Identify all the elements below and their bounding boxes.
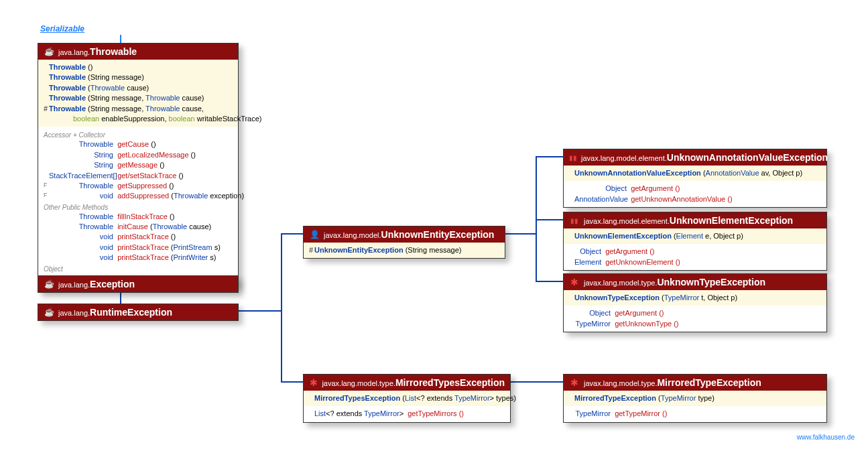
class-header[interactable]: javax.lang.model.UnknownEntityException: [304, 226, 505, 243]
protected-marker: #: [308, 245, 314, 255]
pkg-label: java.lang.: [58, 281, 90, 289]
watermark[interactable]: www.falkhausen.de: [797, 434, 855, 441]
ctor[interactable]: Throwable: [49, 63, 86, 71]
class-header[interactable]: javax.lang.model.element.UnknownAnnotati…: [564, 149, 826, 166]
method[interactable]: getArgument (): [615, 309, 664, 317]
class-name: UnknownTypeException: [657, 277, 765, 287]
star-icon: [569, 277, 580, 287]
return-type: Object: [574, 184, 627, 194]
pkg-label: javax.lang.model.type.: [584, 379, 657, 387]
class-throwable: java.lang.Throwable Throwable () Throwab…: [38, 43, 239, 287]
class-name: UnknownAnnotationValueException: [667, 152, 828, 163]
bars-icon: [569, 215, 580, 226]
cup-icon: [44, 279, 54, 289]
return-type: TypeMirror: [574, 319, 611, 329]
method[interactable]: getUnknownElement (): [605, 258, 680, 266]
section-label: Accessor + Collector: [42, 129, 234, 139]
class-header[interactable]: javax.lang.model.type.MirroredTypeExcept…: [564, 375, 826, 391]
method[interactable]: getTypeMirrors (): [408, 409, 464, 417]
ctor[interactable]: UnknownElementException: [574, 232, 672, 240]
ctor[interactable]: MirroredTypesException: [314, 394, 400, 402]
ctor[interactable]: Throwable: [49, 105, 86, 113]
class-header[interactable]: javax.lang.model.type.UnknownTypeExcepti…: [564, 274, 826, 290]
class-name: UnknownElementException: [670, 215, 793, 226]
class-header[interactable]: javax.lang.model.type.MirroredTypesExcep…: [304, 375, 510, 391]
method[interactable]: getUnknownType (): [615, 320, 678, 328]
class-mtes: javax.lang.model.type.MirroredTypesExcep…: [303, 374, 511, 423]
class-uee: javax.lang.model.element.UnknownElementE…: [563, 212, 827, 271]
ctor[interactable]: UnknownEntityException: [314, 246, 404, 254]
bars-icon: [569, 152, 577, 163]
method[interactable]: getCause: [117, 140, 149, 148]
pkg-label: java.lang.: [58, 309, 90, 317]
class-exception: java.lang.Exception: [38, 275, 239, 293]
ctor[interactable]: Throwable: [49, 73, 86, 81]
method[interactable]: getArgument (): [631, 184, 680, 192]
pkg-label: javax.lang.model.element.: [581, 154, 667, 162]
class-mte: javax.lang.model.type.MirroredTypeExcept…: [563, 374, 827, 423]
method[interactable]: printStackTrace: [117, 233, 169, 241]
ctor[interactable]: UnknownAnnotationValueException: [574, 169, 701, 177]
method[interactable]: get/setStackTrace: [117, 172, 176, 180]
ctor[interactable]: Throwable: [49, 94, 86, 102]
method[interactable]: getArgument (): [605, 247, 654, 255]
return-type: Element: [574, 257, 601, 267]
pkg-label: javax.lang.model.type.: [584, 279, 657, 287]
star-icon: [569, 377, 580, 388]
methods-section: Accessor + Collector Throwable getCause …: [38, 127, 238, 286]
ctor[interactable]: MirroredTypeException: [574, 394, 656, 402]
pkg-label: java.lang.: [58, 48, 90, 56]
cup-icon: [44, 307, 54, 318]
method[interactable]: addSuppressed: [117, 192, 169, 200]
section-label: Other Public Methods: [42, 202, 234, 212]
star-icon: [309, 377, 318, 388]
class-name: RuntimeException: [90, 307, 172, 318]
pkg-label: javax.lang.model.: [324, 231, 381, 239]
pkg-label: javax.lang.model.type.: [322, 379, 395, 387]
return-type: Object: [574, 308, 611, 318]
class-name: MirroredTypeException: [657, 377, 761, 388]
class-name: Throwable: [90, 46, 137, 57]
class-runtimeexception: java.lang.RuntimeException: [38, 304, 239, 321]
class-unknownentityexception: javax.lang.model.UnknownEntityException …: [303, 226, 505, 259]
ctor[interactable]: UnknownTypeException: [574, 293, 660, 302]
return-type: AnnotationValue: [574, 194, 627, 204]
return-type: TypeMirror: [574, 409, 611, 419]
method[interactable]: getMessage: [117, 161, 158, 169]
method[interactable]: getSuppressed: [117, 182, 167, 190]
pkg-label: javax.lang.model.element.: [584, 217, 670, 225]
class-uave: javax.lang.model.element.UnknownAnnotati…: [563, 149, 827, 208]
method[interactable]: getTypeMirror (): [615, 409, 667, 417]
class-name: UnknownEntityException: [381, 229, 495, 240]
method[interactable]: printStackTrace: [117, 243, 169, 251]
person-icon: [309, 229, 320, 240]
method[interactable]: getLocalizedMessage: [117, 151, 188, 159]
method[interactable]: printStackTrace: [117, 253, 169, 261]
class-header-runtimeexception[interactable]: java.lang.RuntimeException: [38, 304, 238, 320]
method[interactable]: getUnknownAnnotationValue (): [631, 195, 732, 203]
class-header-throwable[interactable]: java.lang.Throwable: [38, 44, 238, 60]
class-name: Exception: [90, 279, 135, 289]
serializable-label[interactable]: Serializable: [40, 24, 84, 34]
return-type: Object: [574, 247, 601, 257]
constructors-section: Throwable () Throwable (String message) …: [38, 60, 238, 127]
section-label: Object: [42, 263, 234, 273]
ctor[interactable]: Throwable: [49, 84, 86, 92]
class-header-exception[interactable]: java.lang.Exception: [38, 276, 238, 292]
class-name: MirroredTypesException: [395, 377, 505, 388]
method[interactable]: fillInStackTrace: [117, 212, 168, 220]
class-header[interactable]: javax.lang.model.element.UnknownElementE…: [564, 212, 826, 228]
class-ute: javax.lang.model.type.UnknownTypeExcepti…: [563, 273, 827, 332]
method[interactable]: initCause: [117, 222, 148, 230]
cup-icon: [44, 46, 54, 57]
